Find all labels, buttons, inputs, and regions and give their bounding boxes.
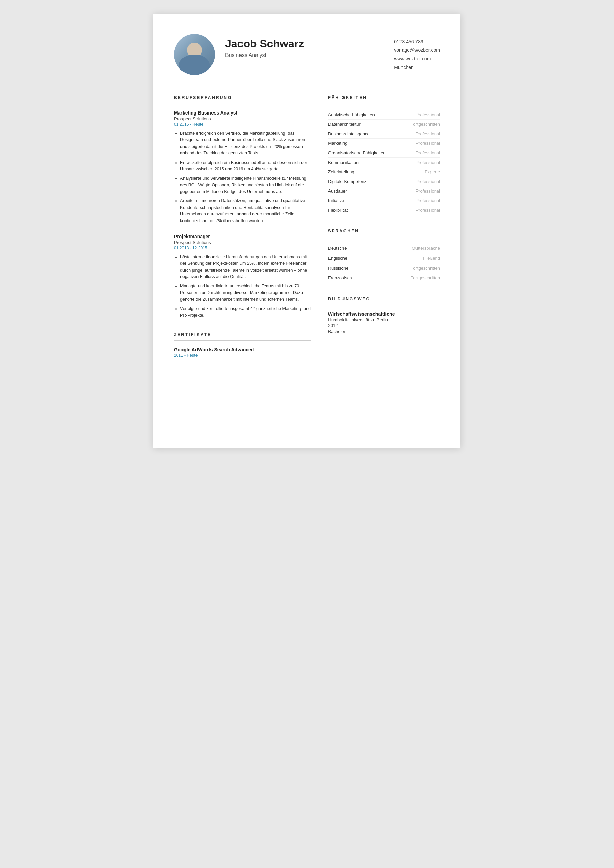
edu-institution-0: Humboldt-Universität zu Berlin [328, 317, 440, 322]
skill-level-2: Professional [415, 131, 440, 136]
edu-year-0: 2012 [328, 323, 440, 328]
bullet-1-1: Brachte erfolgreich den Vertrieb, die Ma… [180, 130, 311, 157]
skill-level-7: Professional [415, 179, 440, 184]
sprachen-title: SPRACHEN [328, 229, 440, 233]
resume-document: Jacob Schwarz Business Analyst 0123 456 … [154, 14, 460, 448]
bullet-2-3: Verfolgte und kontrollierte insgesamt 42… [180, 306, 311, 319]
bildungsweg-section: BILDUNGSWEG Wirtschaftswissenschaftliche… [328, 296, 440, 334]
skill-level-4: Professional [415, 150, 440, 155]
language-level-0: Muttersprache [412, 246, 440, 251]
contact-phone: 0123 456 789 [394, 37, 440, 46]
edu-degree-label-0: Bachelor [328, 329, 440, 334]
contact-email: vorlage@wozber.com [394, 46, 440, 54]
skill-row-8: Ausdauer Professional [328, 186, 440, 196]
job-title-1: Marketing Business Analyst [174, 110, 311, 116]
bildungsweg-divider [328, 305, 440, 305]
skill-name-4: Organisatorische Fähigkeiten [328, 150, 386, 155]
skill-row-1: Datenarchitektur Fortgeschritten [328, 119, 440, 129]
avatar-image [174, 34, 215, 75]
job-dates-1: 01.2015 - Heute [174, 122, 311, 127]
language-level-1: Fließend [423, 256, 440, 261]
languages-list: Deutsche Muttersprache Englische Fließen… [328, 243, 440, 283]
skill-level-5: Professional [415, 160, 440, 165]
language-level-3: Fortgeschritten [410, 275, 440, 281]
skill-row-5: Kommunikation Professional [328, 158, 440, 167]
skill-row-7: Digitale Kompetenz Professional [328, 177, 440, 186]
cert-dates-1: 2011 - Heute [174, 353, 311, 358]
bullet-2-1: Löste interne finanzielle Herausforderun… [180, 254, 311, 281]
contact-city: München [394, 64, 440, 72]
skill-name-1: Datenarchitektur [328, 122, 361, 127]
skill-row-2: Business Intelligence Professional [328, 129, 440, 139]
contact-website: www.wozber.com [394, 54, 440, 63]
language-row-1: Englische Fließend [328, 253, 440, 263]
bullet-1-4: Arbeite mit mehreren Datensätzen, um qua… [180, 198, 311, 224]
language-name-3: Französisch [328, 275, 352, 281]
job-entry-1: Marketing Business Analyst Prospect Solu… [174, 110, 311, 224]
edu-degree-title-0: Wirtschaftswissenschaftliche [328, 311, 440, 316]
language-name-2: Russische [328, 265, 349, 271]
language-row-0: Deutsche Muttersprache [328, 243, 440, 253]
skill-row-4: Organisatorische Fähigkeiten Professiona… [328, 148, 440, 158]
fahigkeiten-section: FÄHIGKEITEN Analytische Fähigkeiten Prof… [328, 95, 440, 215]
skill-name-6: Zeiteinteilung [328, 169, 354, 175]
berufserfahrung-title: BERUFSERFAHRUNG [174, 95, 311, 100]
job-title-2: Projektmanager [174, 234, 311, 239]
skill-name-0: Analytische Fähigkeiten [328, 112, 375, 117]
skill-level-9: Professional [415, 198, 440, 203]
fahigkeiten-divider [328, 104, 440, 104]
bullet-2-2: Managte und koordinierte unterschiedlich… [180, 283, 311, 302]
job-bullets-1: Brachte erfolgreich den Vertrieb, die Ma… [174, 130, 311, 224]
cert-entry-1: Google AdWords Search Advanced 2011 - He… [174, 347, 311, 358]
skill-name-5: Kommunikation [328, 160, 359, 165]
skill-row-10: Flexibilität Professional [328, 206, 440, 215]
skill-name-7: Digitale Kompetenz [328, 179, 367, 184]
skill-name-3: Marketing [328, 141, 348, 146]
candidate-title: Business Analyst [225, 52, 380, 58]
job-dates-2: 01.2013 - 12.2015 [174, 246, 311, 251]
language-row-3: Französisch Fortgeschritten [328, 273, 440, 283]
skills-list: Analytische Fähigkeiten Professional Dat… [328, 110, 440, 215]
language-name-0: Deutsche [328, 246, 347, 251]
zertifikate-title: ZERTIFIKATE [174, 332, 311, 337]
cert-title-1: Google AdWords Search Advanced [174, 347, 311, 352]
skill-row-9: Initiative Professional [328, 196, 440, 206]
edu-entry-0: Wirtschaftswissenschaftliche Humboldt-Un… [328, 311, 440, 334]
skill-level-10: Professional [415, 208, 440, 213]
language-row-2: Russische Fortgeschritten [328, 263, 440, 273]
job-bullets-2: Löste interne finanzielle Herausforderun… [174, 254, 311, 319]
bullet-1-2: Entwickelte erfolgreich ein Businessmode… [180, 160, 311, 173]
berufserfahrung-section: BERUFSERFAHRUNG Marketing Business Analy… [174, 95, 311, 319]
candidate-name: Jacob Schwarz [225, 37, 380, 50]
left-column: BERUFSERFAHRUNG Marketing Business Analy… [174, 95, 311, 372]
bildungsweg-title: BILDUNGSWEG [328, 296, 440, 301]
fahigkeiten-title: FÄHIGKEITEN [328, 95, 440, 100]
bullet-1-3: Analysierte und verwaltete intelligente … [180, 175, 311, 195]
right-column: FÄHIGKEITEN Analytische Fähigkeiten Prof… [328, 95, 440, 372]
skill-row-6: Zeiteinteilung Experte [328, 167, 440, 177]
main-content: BERUFSERFAHRUNG Marketing Business Analy… [174, 95, 440, 372]
job-company-2: Prospect Solutions [174, 240, 311, 245]
skill-name-2: Business Intelligence [328, 131, 370, 136]
language-name-1: Englische [328, 256, 347, 261]
job-entry-2: Projektmanager Prospect Solutions 01.201… [174, 234, 311, 319]
skill-row-3: Marketing Professional [328, 139, 440, 148]
language-level-2: Fortgeschritten [410, 265, 440, 271]
avatar [174, 34, 215, 75]
skill-level-8: Professional [415, 189, 440, 194]
skill-level-6: Experte [425, 169, 440, 175]
berufserfahrung-divider [174, 104, 311, 104]
header-contact: 0123 456 789 vorlage@wozber.com www.wozb… [394, 34, 440, 72]
skill-level-3: Professional [415, 141, 440, 146]
skill-row-0: Analytische Fähigkeiten Professional [328, 110, 440, 119]
header-section: Jacob Schwarz Business Analyst 0123 456 … [174, 34, 440, 75]
job-company-1: Prospect Solutions [174, 116, 311, 121]
header-name-section: Jacob Schwarz Business Analyst [225, 34, 380, 58]
sprachen-section: SPRACHEN Deutsche Muttersprache Englisch… [328, 229, 440, 283]
skill-name-9: Initiative [328, 198, 345, 203]
zertifikate-section: ZERTIFIKATE Google AdWords Search Advanc… [174, 332, 311, 358]
skill-name-8: Ausdauer [328, 189, 347, 194]
skill-name-10: Flexibilität [328, 208, 348, 213]
skill-level-0: Professional [415, 112, 440, 117]
skill-level-1: Fortgeschritten [410, 122, 440, 127]
